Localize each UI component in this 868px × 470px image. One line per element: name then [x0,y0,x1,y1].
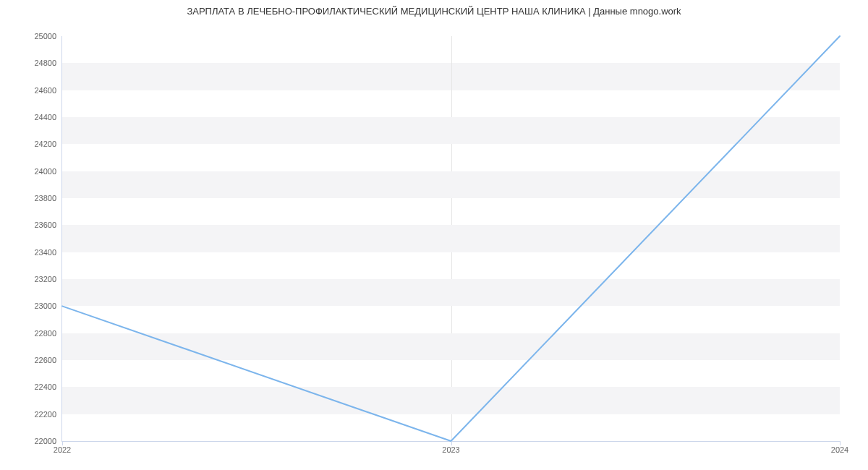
y-tick-label: 23200 [34,275,62,283]
series-line [62,36,840,441]
y-tick-label: 25000 [34,32,62,40]
y-tick-label: 23400 [34,248,62,257]
plot-area: 2200022200224002260022800230002320023400… [61,36,839,441]
line-layer [62,36,840,441]
y-tick-label: 24600 [34,86,62,95]
y-tick-label: 23600 [34,221,62,229]
y-tick-label: 22200 [34,410,62,419]
plot-inner: 2200022200224002260022800230002320023400… [61,36,840,442]
y-tick-label: 24800 [34,59,62,67]
y-tick-label: 24200 [34,140,62,148]
chart-title: ЗАРПЛАТА В ЛЕЧЕБНО-ПРОФИЛАКТИЧЕСКИЙ МЕДИ… [0,6,868,17]
y-tick-label: 24000 [34,167,62,176]
y-tick-label: 22400 [34,383,62,391]
y-tick-label: 22800 [34,329,62,338]
x-tick-label: 2023 [442,441,459,454]
y-tick-label: 23800 [34,194,62,202]
chart-container: ЗАРПЛАТА В ЛЕЧЕБНО-ПРОФИЛАКТИЧЕСКИЙ МЕДИ… [0,0,868,470]
x-tick-label: 2022 [54,441,71,454]
y-tick-label: 22600 [34,356,62,364]
y-tick-label: 24400 [34,113,62,121]
x-tick-label: 2024 [831,441,848,454]
y-tick-label: 23000 [34,302,62,310]
